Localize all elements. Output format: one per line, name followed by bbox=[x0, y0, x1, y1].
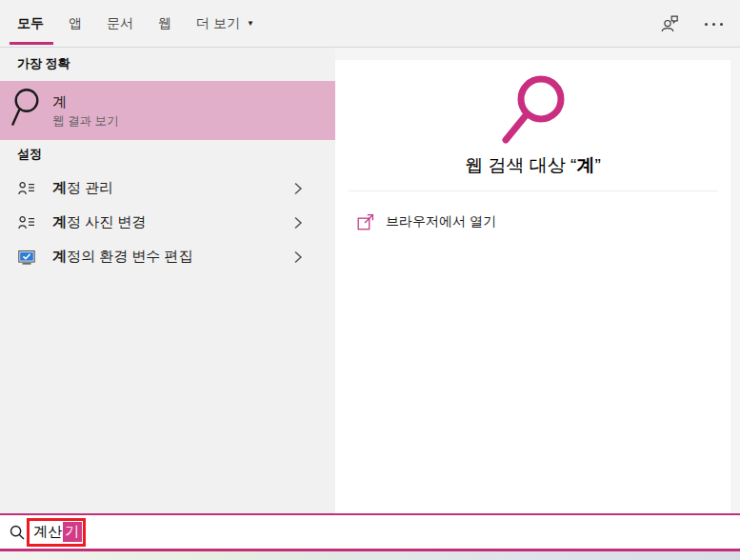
search-result-icon bbox=[10, 88, 44, 130]
search-icon bbox=[10, 525, 25, 540]
open-external-icon bbox=[357, 213, 374, 230]
results-panel: 가장 정확 계 웹 결과 보기 설정 bbox=[0, 48, 335, 513]
typed-text: 계산 bbox=[33, 523, 63, 541]
best-match-subtitle: 웹 결과 보기 bbox=[52, 113, 118, 130]
chevron-down-icon: ▼ bbox=[247, 19, 254, 28]
ime-selected-text: 기 bbox=[63, 522, 82, 542]
account-icon bbox=[18, 181, 35, 195]
account-icon bbox=[18, 215, 35, 230]
best-match-title: 계 bbox=[52, 92, 118, 110]
tab-web[interactable]: 웹 bbox=[158, 0, 171, 48]
tab-more-label: 더 보기 bbox=[196, 15, 240, 32]
open-in-browser-item[interactable]: 브라우저에서 열기 bbox=[335, 208, 730, 236]
tab-bar: 모두 앱 문서 웹 더 보기 ▼ bbox=[0, 0, 740, 48]
settings-item-manage-accounts[interactable]: 계정 관리 bbox=[0, 171, 335, 205]
feedback-icon[interactable] bbox=[656, 10, 683, 37]
web-preview-panel: 웹 검색 대상 “계” 브라우저에서 열기 bbox=[335, 60, 730, 513]
windows-search-window: 모두 앱 문서 웹 더 보기 ▼ 가장 정확 bbox=[0, 0, 740, 560]
settings-item-label: 계정 관리 bbox=[52, 179, 113, 197]
chevron-right-icon bbox=[293, 215, 303, 230]
search-bar: 계산 기 bbox=[0, 513, 740, 551]
web-search-heading: 웹 검색 대상 “계” bbox=[335, 153, 730, 178]
tab-more[interactable]: 더 보기 ▼ bbox=[196, 0, 254, 48]
divider bbox=[349, 190, 717, 191]
desktop-strip bbox=[0, 551, 740, 560]
best-match-item[interactable]: 계 웹 결과 보기 bbox=[0, 81, 335, 140]
content-area: 가장 정확 계 웹 결과 보기 설정 bbox=[0, 48, 740, 513]
settings-item-edit-env-vars[interactable]: 계정의 환경 변수 편집 bbox=[0, 240, 335, 273]
tab-apps[interactable]: 앱 bbox=[69, 0, 82, 48]
settings-header: 설정 bbox=[17, 146, 42, 163]
tab-all[interactable]: 모두 bbox=[17, 0, 44, 48]
best-match-header: 가장 정확 bbox=[17, 55, 70, 72]
settings-item-change-picture[interactable]: 계정 사진 변경 bbox=[0, 206, 335, 239]
open-in-browser-label: 브라우저에서 열기 bbox=[386, 213, 496, 230]
search-input[interactable]: 계산 기 bbox=[27, 515, 736, 549]
annotation-box: 계산 기 bbox=[27, 518, 86, 547]
ellipsis-icon[interactable] bbox=[700, 10, 727, 37]
chevron-right-icon bbox=[293, 181, 303, 196]
monitor-check-icon bbox=[18, 250, 35, 265]
settings-item-label: 계정 사진 변경 bbox=[52, 213, 146, 231]
settings-item-label: 계정의 환경 변수 편집 bbox=[52, 248, 193, 266]
web-search-icon bbox=[499, 72, 575, 149]
chevron-right-icon bbox=[293, 250, 303, 265]
tab-documents[interactable]: 문서 bbox=[107, 0, 133, 48]
